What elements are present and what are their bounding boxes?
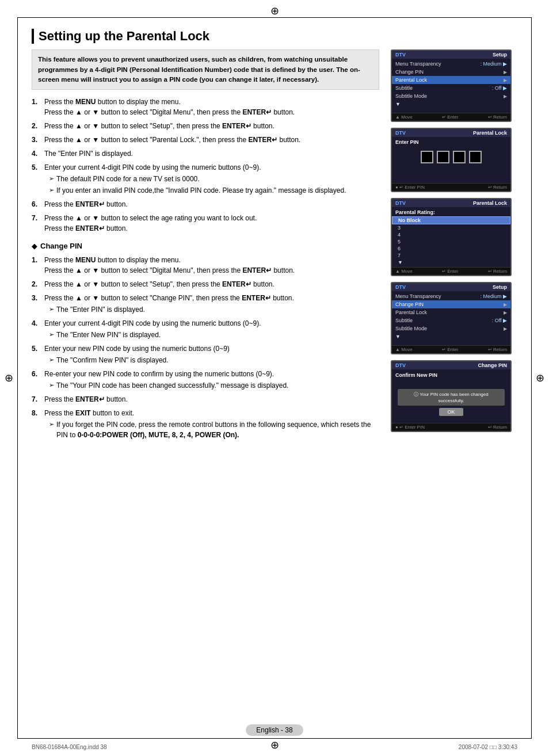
menu-item-arrow-down-1: ▼	[392, 100, 510, 108]
menu2-item-parental: Parental Lock ▶	[392, 308, 510, 316]
cp-step-2-content: Press the ▲ or ▼ button to select "Setup…	[44, 279, 379, 289]
menu2-item-transparency: Menu Transparency : Medium ▶	[392, 292, 510, 300]
step-7-num: 7.	[32, 213, 41, 234]
cp-step-1: 1. Press the MENU button to display the …	[32, 255, 379, 276]
pin-box-1	[421, 151, 433, 163]
menu-item-subtitle-mode: Subtitle Mode ▶	[392, 92, 510, 100]
bottom-right: 2008-07-02 □□ 3:30:43	[459, 744, 517, 750]
tv-screen-2-header: DTV Parental Lock	[392, 129, 510, 137]
step-5-note-2: ➢ If you enter an invalid PIN code,the "…	[44, 185, 379, 196]
tv-screen-5-footer: ● ↵ Enter PIN ↩ Return	[392, 423, 510, 431]
tv-screen-1-body: Menu Transparency : Medium ▶ Change PIN …	[392, 59, 510, 113]
menu2-item-arrow-down: ▼	[392, 333, 510, 341]
cp-step-8-content: Press the EXIT button to exit. ➢ If you …	[44, 408, 379, 440]
tv-screen-5-title: Change PIN	[478, 362, 507, 368]
cp-step-8: 8. Press the EXIT button to exit. ➢ If y…	[32, 408, 379, 440]
border-top	[17, 17, 532, 18]
enter-pin-label: Enter PIN	[392, 138, 510, 146]
step-3: 3. Press the ▲ or ▼ button to select "Pa…	[32, 135, 379, 145]
border-left	[17, 17, 18, 739]
menu2-item-subtitle: Subtitle : Off ▶	[392, 316, 510, 324]
left-column: This feature allows you to prevent unaut…	[32, 49, 379, 444]
step-1-num: 1.	[32, 97, 41, 117]
step-6: 6. Press the ENTER↵ button.	[32, 199, 379, 209]
intro-box: This feature allows you to prevent unaut…	[32, 49, 379, 90]
footer-label: English - 38	[246, 724, 303, 736]
step-1-content: Press the MENU button to display the men…	[44, 97, 379, 117]
tv-screen-1: DTV Setup Menu Transparency : Medium ▶ C…	[391, 49, 512, 122]
tv-screen-3-title: Parental Lock	[473, 200, 507, 206]
cp-step-3-num: 3.	[32, 293, 41, 315]
cp-step-1-content: Press the MENU button to display the men…	[44, 255, 379, 276]
step-5-content: Enter your current 4-digit PIN code by u…	[44, 162, 379, 196]
menu-item-changepin: Change PIN ▶	[392, 68, 510, 76]
step-2-num: 2.	[32, 121, 41, 131]
cp-step-4-content: Enter your current 4-digit PIN code by u…	[44, 318, 379, 340]
tv-screen-4-footer: ▲ Move ↵ Enter ↩ Return	[392, 345, 510, 353]
step-7: 7. Press the ▲ or ▼ button to select the…	[32, 213, 379, 234]
border-right	[531, 17, 532, 739]
rating-6: 6	[392, 245, 510, 252]
reg-mark-left: ⊕	[5, 372, 13, 384]
cp-step-5: 5. Enter your new PIN code by using the …	[32, 343, 379, 365]
tv-screen-3: DTV Parental Lock Parental Rating: No Bl…	[391, 198, 512, 276]
cp-step-4-num: 4.	[32, 318, 41, 340]
step-5-note-1: ➢ The default PIN code for a new TV set …	[44, 174, 379, 184]
reg-mark-top: ⊕	[270, 5, 279, 17]
step-5-num: 5.	[32, 162, 41, 196]
tv-screen-5-header: DTV Change PIN	[392, 361, 510, 369]
step-4-num: 4.	[32, 148, 41, 159]
menu2-item-subtitle-mode: Subtitle Mode ▶	[392, 324, 510, 333]
bottom-left: BN68-01684A-00Eng.indd 38	[32, 744, 107, 750]
cp-step-3-content: Press the ▲ or ▼ button to select "Chang…	[44, 293, 379, 315]
cp-step-7-content: Press the ENTER↵ button.	[44, 394, 379, 404]
step-3-num: 3.	[32, 135, 41, 145]
cp-step-6-content: Re-enter your new PIN code to confirm by…	[44, 369, 379, 391]
bottom-meta: BN68-01684A-00Eng.indd 38 2008-07-02 □□ …	[32, 744, 517, 750]
cp-step-5-num: 5.	[32, 343, 41, 365]
tv-screen-2-body: Enter PIN	[392, 137, 510, 183]
step-4-content: The "Enter PIN" is displayed.	[44, 148, 379, 159]
cp-step-1-num: 1.	[32, 255, 41, 276]
change-pin-title: Change PIN	[40, 242, 82, 250]
dtv-label-2: DTV	[395, 130, 406, 136]
cp-step-7-num: 7.	[32, 394, 41, 404]
cp-step-3: 3. Press the ▲ or ▼ button to select "Ch…	[32, 293, 379, 315]
right-column: DTV Setup Menu Transparency : Medium ▶ C…	[391, 49, 517, 444]
cp-step-3-note: ➢ The "Enter PIN" is displayed.	[44, 304, 379, 315]
step-6-content: Press the ENTER↵ button.	[44, 199, 379, 209]
cp-step-4-note: ➢ The "Enter New PIN" is displayed.	[44, 330, 379, 340]
rating-3: 3	[392, 224, 510, 231]
change-pin-header: ◆ Change PIN	[32, 242, 379, 250]
rating-arrow-down: ▼	[392, 259, 510, 266]
tv-screen-5-body: Confirm New PIN ⓘ Your PIN code has been…	[392, 369, 510, 423]
tv-screen-1-title: Setup	[493, 52, 507, 58]
cp-step-4: 4. Enter your current 4-digit PIN code b…	[32, 318, 379, 340]
cp-step-7: 7. Press the ENTER↵ button.	[32, 394, 379, 404]
page-title: Setting up the Parental Lock	[32, 29, 517, 44]
tv-screen-3-header: DTV Parental Lock	[392, 199, 510, 207]
parental-rating-label: Parental Rating:	[392, 208, 510, 216]
step-2: 2. Press the ▲ or ▼ button to select "Se…	[32, 121, 379, 131]
ok-button[interactable]: OK	[439, 408, 463, 416]
cp-step-6: 6. Re-enter your new PIN code to confirm…	[32, 369, 379, 391]
tv-screen-3-body: Parental Rating: No Block 3 4 5 6 7 ▼	[392, 207, 510, 267]
step-4: 4. The "Enter PIN" is displayed.	[32, 148, 379, 159]
change-pin-steps: 1. Press the MENU button to display the …	[32, 255, 379, 440]
cp-step-8-num: 8.	[32, 408, 41, 440]
tv-screen-2-footer: ● ↵ Enter PIN ↩ Return	[392, 183, 510, 191]
tv-screen-4-body: Menu Transparency : Medium ▶ Change PIN …	[392, 291, 510, 345]
pin-box-4	[469, 151, 482, 163]
cp-step-2-num: 2.	[32, 279, 41, 289]
pin-box-3	[453, 151, 466, 163]
dtv-label-5: DTV	[395, 362, 406, 368]
menu-item-transparency: Menu Transparency : Medium ▶	[392, 60, 510, 68]
tv-screen-1-footer: ▲ Move ↵ Enter ↩ Return	[392, 113, 510, 121]
menu2-item-changepin: Change PIN ▶	[392, 300, 510, 308]
cp-step-8-note: ➢ If you forget the PIN code, press the …	[44, 419, 379, 440]
pin-boxes	[392, 146, 510, 168]
reg-mark-right: ⊕	[536, 372, 544, 384]
step-7-content: Press the ▲ or ▼ button to select the ag…	[44, 213, 379, 234]
pin-box-2	[437, 151, 449, 163]
tv-screen-1-header: DTV Setup	[392, 51, 510, 59]
